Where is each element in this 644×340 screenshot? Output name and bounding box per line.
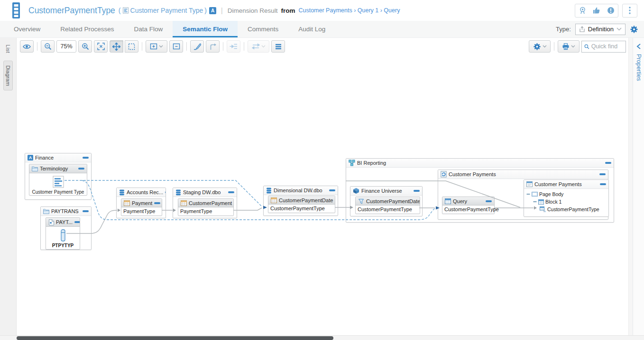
tree-node-page-body[interactable]: Page Body [526, 190, 608, 198]
show-overview-button[interactable] [20, 40, 34, 53]
zoom-in-button[interactable] [78, 40, 92, 53]
collapse-button[interactable] [78, 168, 84, 170]
tab-audit-log[interactable]: Audit Log [288, 21, 335, 37]
collapse-button[interactable] [600, 183, 606, 185]
breadcrumb[interactable]: Customer Payments › Query 1 › Query [298, 7, 400, 14]
legend-button[interactable] [271, 40, 285, 53]
collapse-button[interactable] [154, 202, 160, 204]
type-select[interactable]: Definition [575, 24, 626, 35]
impact-lineage-button[interactable] [227, 40, 240, 53]
like-button[interactable] [589, 4, 604, 17]
collapse-button[interactable] [414, 190, 420, 192]
type-label: Type: [556, 26, 571, 33]
author-badge: A [209, 7, 216, 14]
finance-container[interactable]: A Finance Terminology Customer Payment T… [25, 153, 92, 200]
page-title: CustomerPaymentType [28, 6, 115, 16]
column-node[interactable]: PTPYTYP [46, 227, 80, 248]
customer-payments-document-box[interactable]: Customer Payments Query CustomerPaymentT… [438, 170, 608, 220]
definition-icon [579, 26, 585, 32]
pan-mode-button[interactable] [110, 40, 123, 53]
table-title: Payment [132, 200, 152, 206]
query-header: Query [442, 197, 494, 206]
customerpaymentdate-table-box[interactable]: CustomerPaymentDate CustomerPaymentType [268, 196, 335, 213]
payment-table-box[interactable]: Payment PaymentType [121, 198, 162, 216]
tree-node-customerpaymenttype[interactable]: fx CustomerPaymentType [526, 206, 608, 213]
payt-file-box[interactable]: PAYT... PTPYTYP [46, 217, 80, 250]
zoom-level-input[interactable]: 75% [56, 40, 76, 53]
collapse-button[interactable] [605, 162, 611, 164]
tab-related-processes[interactable]: Related Processes [50, 21, 124, 37]
tab-semantic-flow[interactable]: Semantic Flow [173, 21, 238, 37]
zoom-out-button[interactable] [41, 40, 55, 53]
connector-customerpayment-to-dimensional [233, 208, 262, 210]
column-row[interactable]: CustomerPaymentType [268, 205, 335, 212]
expand-nodes-button[interactable] [146, 40, 167, 53]
header-divider: | [221, 7, 223, 14]
collapse-nodes-button[interactable] [169, 40, 183, 53]
collapse-button[interactable] [83, 210, 89, 212]
finance-universe-box[interactable]: Finance Universe CustomerPaymentDate Cus… [350, 186, 423, 216]
tab-overview[interactable]: Overview [4, 21, 50, 37]
printer-icon [562, 43, 570, 50]
customerpayment-table-box[interactable]: CustomerPayment PaymentType [178, 198, 234, 216]
fit-to-screen-button[interactable] [94, 40, 108, 53]
more-button-group [622, 4, 637, 18]
tree-collapse-icon[interactable] [526, 192, 530, 196]
list-view-tab[interactable]: List [5, 45, 11, 53]
collapse-button[interactable] [74, 221, 80, 223]
alias-close-paren: ) [204, 7, 207, 14]
table-title: Query [453, 198, 467, 204]
universe-dimension-box[interactable]: CustomerPaymentDate CustomerPaymentType [355, 197, 420, 214]
issues-button[interactable] [604, 4, 618, 17]
certify-button[interactable] [575, 4, 589, 17]
collapse-button[interactable] [165, 191, 166, 193]
terminology-box[interactable]: Terminology Customer Payment Type [29, 164, 87, 196]
table-icon [124, 200, 130, 206]
column-row[interactable]: PaymentType [178, 207, 233, 215]
tab-data-flow[interactable]: Data Flow [124, 21, 173, 37]
horizontal-scrollbar-track[interactable] [0, 335, 644, 340]
collapse-button[interactable] [486, 200, 492, 202]
staging-container[interactable]: Staging DW.dbo CustomerPayment PaymentTy… [173, 188, 237, 218]
orthogonal-routing-button[interactable] [206, 40, 220, 53]
diagram-view-tab[interactable]: Diagram [3, 61, 13, 90]
paytrans-container[interactable]: PAYTRANS PAYT... PTPYTYP [40, 206, 92, 250]
collapse-button[interactable] [83, 157, 89, 159]
diagram-settings-button[interactable] [529, 40, 551, 53]
swap-direction-button[interactable] [248, 40, 269, 53]
dimension-row[interactable]: CustomerPaymentType [356, 206, 420, 213]
tree-collapse-icon[interactable] [533, 200, 537, 204]
collapse-left-icon[interactable] [636, 44, 641, 49]
marquee-select-button[interactable] [125, 40, 138, 53]
query-box[interactable]: Query CustomerPaymentType [442, 197, 495, 214]
terminology-header: Terminology [29, 164, 87, 173]
tree-label: CustomerPaymentType [547, 206, 599, 212]
dimensional-container[interactable]: Dimensional DW.dbo CustomerPaymentDate C… [263, 186, 338, 216]
query-result-row[interactable]: CustomerPaymentType [442, 206, 494, 213]
tree-node-block-1[interactable]: Block 1 [526, 198, 608, 206]
finance-header: A Finance [25, 153, 91, 162]
vertical-scrollbar[interactable] [628, 38, 633, 335]
result-type-label: Dimension Result [228, 7, 278, 14]
collapse-button[interactable] [228, 191, 234, 193]
properties-tab[interactable]: Properties [635, 54, 642, 81]
container-title: Accounts Rec... [127, 189, 163, 195]
column-row[interactable]: PaymentType [121, 207, 162, 215]
page-settings-gear-icon[interactable] [630, 25, 638, 34]
print-button[interactable] [558, 40, 580, 53]
quick-find-input[interactable] [591, 43, 623, 50]
box-title: Finance Universe [361, 188, 402, 194]
horizontal-scrollbar-thumb[interactable] [17, 336, 333, 340]
more-actions-button[interactable] [623, 4, 637, 17]
accounts-container[interactable]: Accounts Rec... Payment PaymentType [116, 188, 166, 218]
tab-comments[interactable]: Comments [238, 21, 288, 37]
bi-reporting-container[interactable]: BI Reporting Finance Universe CustomerPa… [346, 158, 614, 223]
diagram-canvas[interactable]: 75% [17, 38, 633, 335]
report-box[interactable]: Customer Payments Page Body Block 1 [524, 179, 609, 217]
properties-rail: Properties [633, 38, 644, 335]
collapse-button[interactable] [329, 189, 335, 191]
term-node[interactable]: Customer Payment Type [29, 173, 87, 195]
toolbar-separator [244, 42, 244, 51]
collapse-button[interactable] [599, 173, 606, 175]
highlight-path-button[interactable] [190, 40, 204, 53]
